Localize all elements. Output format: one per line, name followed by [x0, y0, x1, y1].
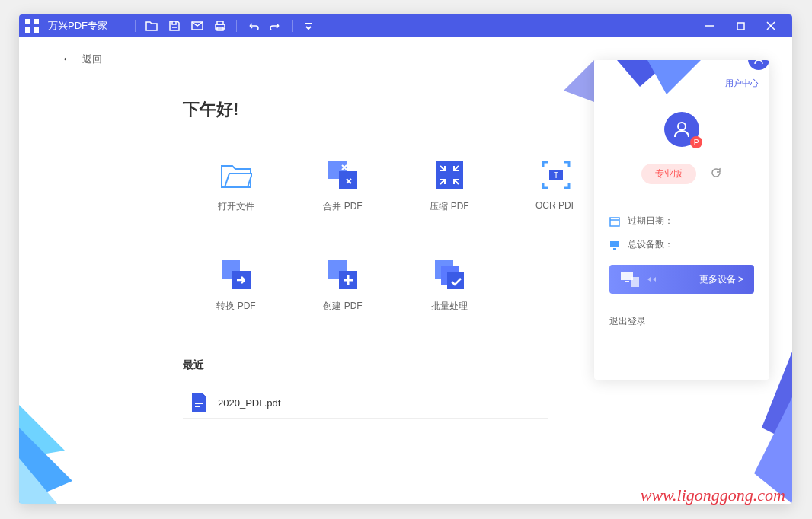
monitor-icon — [609, 240, 620, 250]
action-label: 批量处理 — [431, 300, 468, 313]
refresh-icon[interactable] — [710, 167, 722, 182]
expire-date-row: 过期日期： — [609, 215, 754, 228]
avatar-section: P 专业版 — [594, 112, 769, 184]
compress-pdf-action[interactable]: 压缩 PDF — [396, 159, 503, 213]
ocr-pdf-action[interactable]: T OCR PDF — [503, 159, 609, 213]
svg-rect-14 — [436, 161, 463, 189]
separator — [135, 20, 136, 32]
convert-icon — [220, 259, 252, 291]
pdf-file-icon — [190, 393, 207, 412]
svg-rect-32 — [610, 241, 619, 247]
svg-rect-25 — [195, 406, 200, 407]
batch-process-action[interactable]: 批量处理 — [396, 259, 503, 313]
recent-file-name: 2020_PDF.pdf — [218, 397, 280, 409]
app-title: 万兴PDF专家 — [48, 19, 107, 33]
back-label: 返回 — [82, 53, 102, 66]
device-count-row: 总设备数： — [609, 238, 754, 251]
print-icon[interactable] — [209, 14, 232, 37]
devices-icon — [620, 271, 640, 288]
undo-icon[interactable] — [241, 14, 264, 37]
app-window: 万兴PDF专家 — [19, 14, 792, 504]
action-label: 转换 PDF — [216, 300, 255, 313]
ocr-icon: T — [540, 159, 572, 191]
pro-badge-icon: P — [690, 136, 702, 148]
calendar-icon — [609, 216, 620, 227]
user-center-link[interactable]: 用户中心 — [725, 78, 759, 88]
user-avatar[interactable]: P — [664, 112, 699, 147]
back-arrow-icon: ← — [61, 51, 75, 67]
panel-header: 用户中心 — [594, 60, 769, 89]
merge-icon — [327, 159, 359, 191]
account-info: 过期日期： 总设备数： — [594, 215, 769, 251]
svg-rect-33 — [613, 248, 616, 250]
close-button[interactable] — [756, 14, 786, 37]
svg-point-29 — [678, 123, 686, 130]
action-label: OCR PDF — [535, 200, 577, 211]
window-controls — [695, 14, 786, 37]
arrow-icon — [646, 276, 661, 282]
merge-pdf-action[interactable]: 合并 PDF — [289, 159, 396, 213]
open-file-action[interactable]: 打开文件 — [183, 159, 289, 213]
device-count-label: 总设备数： — [628, 238, 673, 251]
expire-label: 过期日期： — [628, 215, 673, 228]
menu-dropdown-icon[interactable] — [297, 14, 320, 37]
watermark: www.ligonggong.com — [641, 486, 785, 505]
open-file-icon[interactable] — [140, 14, 163, 37]
compress-icon — [433, 159, 465, 191]
redo-icon[interactable] — [264, 14, 287, 37]
more-devices-label: 更多设备 > — [699, 273, 743, 286]
separator — [292, 20, 293, 32]
action-label: 合并 PDF — [323, 200, 362, 213]
more-devices-button[interactable]: 更多设备 > — [609, 265, 754, 294]
pro-version-badge: 专业版 — [641, 164, 696, 184]
content-area: ← 返回 下午好! 打开文件 合并 PDF — [19, 37, 792, 504]
convert-pdf-action[interactable]: 转换 PDF — [183, 259, 289, 313]
action-label: 打开文件 — [218, 200, 254, 213]
separator — [236, 20, 237, 32]
back-button[interactable]: ← 返回 — [61, 51, 102, 67]
action-label: 压缩 PDF — [430, 200, 468, 213]
app-logo-icon — [25, 19, 39, 33]
maximize-button[interactable] — [725, 14, 756, 37]
mail-icon[interactable] — [186, 14, 209, 37]
pro-badge-row: 专业版 — [641, 164, 722, 184]
create-icon — [327, 259, 359, 291]
logout-link[interactable]: 退出登录 — [609, 315, 754, 328]
svg-text:T: T — [554, 171, 558, 180]
recent-file-item[interactable]: 2020_PDF.pdf — [183, 387, 548, 419]
svg-rect-23 — [447, 272, 464, 289]
create-pdf-action[interactable]: 创建 PDF — [289, 259, 396, 313]
minimize-button[interactable] — [695, 14, 725, 37]
batch-icon — [433, 259, 465, 291]
user-panel: 用户中心 P 专业版 过期日期： — [594, 60, 769, 380]
svg-rect-5 — [737, 23, 744, 30]
svg-rect-36 — [625, 281, 629, 282]
svg-rect-24 — [195, 403, 203, 404]
titlebar: 万兴PDF专家 — [19, 14, 792, 37]
svg-rect-35 — [631, 277, 639, 287]
action-label: 创建 PDF — [323, 300, 362, 313]
save-icon[interactable] — [163, 14, 186, 37]
folder-icon — [220, 159, 252, 191]
svg-rect-30 — [610, 218, 619, 226]
